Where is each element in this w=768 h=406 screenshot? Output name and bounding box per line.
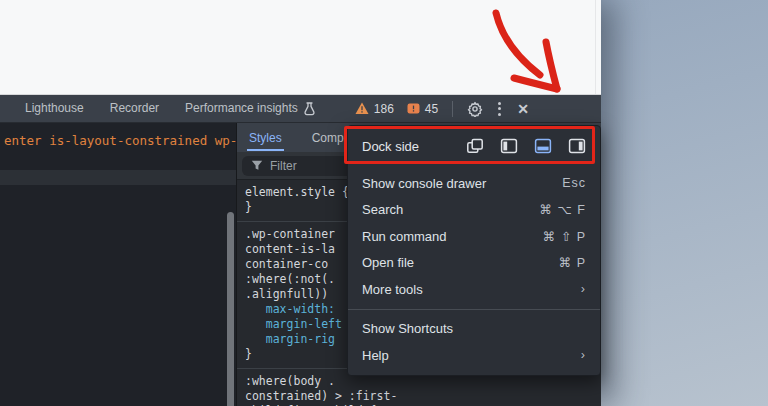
selected-node-row[interactable] [0, 170, 236, 185]
toolbar-status: 186 45 [355, 102, 446, 116]
toolbar-tab-label: Recorder [110, 95, 159, 122]
issue-count[interactable]: 45 [425, 102, 438, 116]
toolbar-separator [452, 101, 453, 117]
menu-item-show-shortcuts[interactable]: Show Shortcuts [348, 316, 600, 343]
menu-item-shortcut: Esc [562, 176, 586, 190]
issues-icon[interactable] [407, 103, 420, 115]
flask-icon [303, 102, 316, 116]
toolbar-tab-performance-insights[interactable]: Performance insights [172, 95, 329, 122]
menu-item-label: Show Shortcuts [362, 321, 586, 336]
customize-menu-button[interactable] [487, 97, 511, 121]
css-code-line: :where(body . [245, 374, 593, 389]
submenu-chevron-icon: › [581, 348, 586, 362]
menu-divider [348, 309, 600, 310]
settings-gear-button[interactable] [463, 97, 487, 121]
toolbar-tabs: LighthouseRecorderPerformance insights [12, 95, 329, 122]
menu-item-show-console-drawer[interactable]: Show console drawerEsc [348, 170, 600, 197]
filter-label: Filter [270, 159, 297, 173]
dom-attribute-text[interactable]: enter is-layout-constrained wp- [4, 133, 237, 148]
funnel-filter-icon [251, 160, 263, 171]
webpage-area [0, 0, 601, 95]
close-devtools-button[interactable]: ✕ [511, 97, 535, 121]
gear-icon [467, 101, 483, 117]
css-code-line: constrained) > :first- [245, 389, 593, 404]
toolbar-tab-lighthouse[interactable]: Lighthouse [12, 95, 97, 122]
toolbar-tab-label: Lighthouse [25, 95, 84, 122]
menu-item-search[interactable]: Search⌘ ⌥ F [348, 197, 600, 224]
menu-items: Show console drawerEscSearch⌘ ⌥ FRun com… [348, 164, 600, 369]
menu-item-more-tools[interactable]: More tools› [348, 276, 600, 303]
menu-item-shortcut: ⌘ ⇧ P [543, 229, 586, 244]
submenu-chevron-icon: › [581, 282, 586, 296]
warnings-icon[interactable] [355, 102, 369, 115]
warning-count[interactable]: 186 [374, 102, 394, 116]
screenshot-root: LighthouseRecorderPerformance insights 1… [0, 0, 768, 406]
toolbar-tab-label: Performance insights [185, 95, 298, 122]
tab-styles[interactable]: Styles [247, 124, 284, 152]
page-scrollbar[interactable] [595, 0, 596, 94]
menu-item-label: Open file [362, 255, 559, 270]
close-icon: ✕ [517, 101, 529, 117]
menu-item-help[interactable]: Help› [348, 342, 600, 369]
toolbar-tab-recorder[interactable]: Recorder [97, 95, 172, 122]
menu-item-label: Run command [362, 229, 543, 244]
menu-item-label: Search [362, 202, 540, 217]
elements-panel: enter is-layout-constrained wp- [0, 123, 237, 406]
annotation-red-box [344, 126, 595, 164]
menu-item-label: More tools [362, 282, 581, 297]
elements-scrollbar-thumb[interactable] [227, 212, 234, 406]
menu-item-open-file[interactable]: Open file⌘ P [348, 250, 600, 277]
menu-item-run-command[interactable]: Run command⌘ ⇧ P [348, 223, 600, 250]
devtools-toolbar: LighthouseRecorderPerformance insights 1… [0, 95, 601, 123]
menu-item-label: Help [362, 348, 581, 363]
menu-item-shortcut: ⌘ P [559, 255, 586, 270]
menu-item-label: Show console drawer [362, 176, 562, 191]
menu-item-shortcut: ⌘ ⌥ F [540, 202, 587, 217]
kebab-menu-icon [498, 102, 501, 116]
